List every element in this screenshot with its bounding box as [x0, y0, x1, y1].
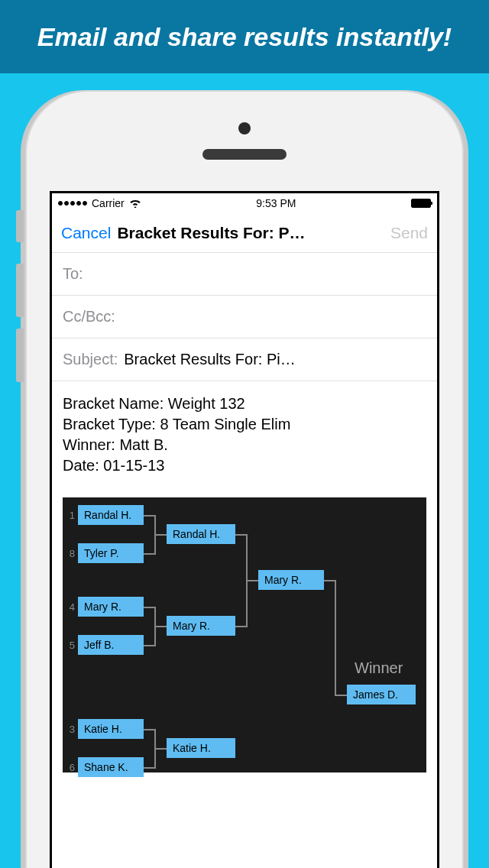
bracket-seed: 3: [64, 724, 75, 735]
bracket-seed: 4: [64, 601, 75, 613]
device-side-button: [16, 264, 24, 317]
device-speaker: [202, 149, 287, 160]
device-side-button: [16, 329, 24, 382]
bracket-seed: 8: [64, 548, 75, 559]
cancel-button[interactable]: Cancel: [61, 224, 111, 242]
bracket-slot: Randal H.: [167, 524, 235, 544]
winner-label: Winner: [355, 659, 403, 677]
bracket-seed: 5: [64, 640, 75, 651]
subject-field-label: Subject:: [63, 351, 118, 368]
promo-banner-text: Email and share results instantly!: [37, 22, 452, 52]
status-bar: Carrier 9:53 PM: [52, 193, 437, 213]
bracket-slot: Mary R.: [78, 597, 144, 617]
compose-nav-bar: Cancel Bracket Results For: P… Send: [52, 213, 437, 253]
bracket-slot: Randal H.: [78, 505, 144, 525]
bracket-image: 1 8 4 5 3 6 Randal H. Tyler P. Mary R. J…: [63, 497, 426, 772]
cc-bcc-field[interactable]: Cc/Bcc:: [52, 296, 437, 338]
bracket-slot: Tyler P.: [78, 543, 144, 563]
send-button[interactable]: Send: [390, 224, 428, 242]
signal-icon: [58, 201, 87, 206]
bracket-slot: Jeff B.: [78, 635, 144, 655]
device-side-button: [16, 210, 24, 242]
bracket-slot: Mary R.: [167, 616, 235, 636]
device-camera: [238, 122, 251, 134]
bracket-slot: Katie H.: [167, 738, 235, 758]
bracket-seed: 1: [64, 510, 75, 521]
nav-title: Bracket Results For: P…: [117, 224, 384, 242]
status-time: 9:53 PM: [256, 197, 296, 209]
wifi-icon: [129, 197, 141, 210]
body-line: Winner: Matt B.: [63, 435, 426, 455]
bracket-slot: Shane K.: [78, 757, 144, 777]
battery-icon: [411, 199, 431, 208]
bracket-seed: 6: [64, 762, 75, 773]
promo-banner: Email and share results instantly!: [0, 0, 489, 73]
subject-field-value: Bracket Results For: Pi…: [124, 351, 426, 368]
bracket-slot: Mary R.: [258, 570, 324, 590]
body-line: Date: 01-15-13: [63, 455, 426, 476]
cc-bcc-field-label: Cc/Bcc:: [63, 308, 115, 326]
email-body[interactable]: Bracket Name: Weight 132 Bracket Type: 8…: [52, 381, 437, 488]
device-frame: Carrier 9:53 PM Cancel Bracket Results F…: [27, 92, 462, 868]
to-field[interactable]: To:: [52, 253, 437, 296]
device-screen: Carrier 9:53 PM Cancel Bracket Results F…: [50, 191, 439, 868]
carrier-label: Carrier: [92, 197, 125, 209]
subject-field[interactable]: Subject: Bracket Results For: Pi…: [52, 338, 437, 381]
body-line: Bracket Name: Weight 132: [63, 394, 426, 414]
to-field-label: To:: [63, 265, 83, 283]
body-line: Bracket Type: 8 Team Single Elim: [63, 414, 426, 435]
bracket-winner-slot: James D.: [347, 685, 416, 704]
bracket-slot: Katie H.: [78, 719, 144, 739]
